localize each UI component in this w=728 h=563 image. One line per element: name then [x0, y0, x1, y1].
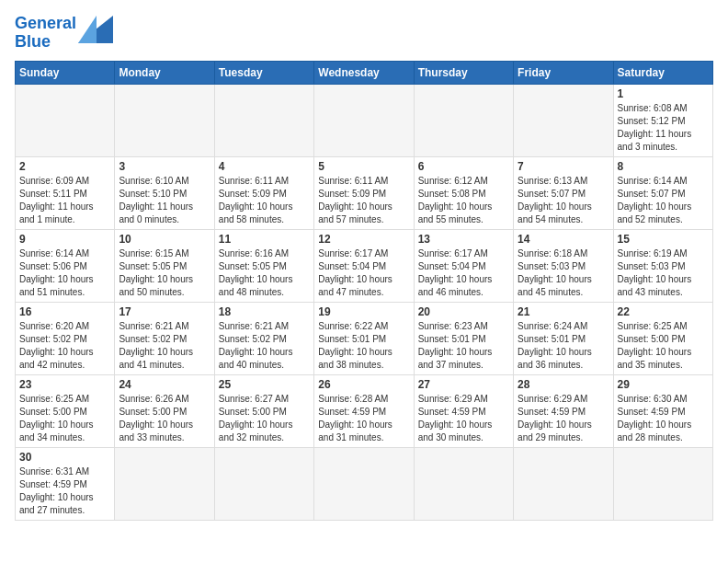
day-number: 10 [119, 233, 210, 246]
day-info: Sunrise: 6:18 AM Sunset: 5:03 PM Dayligh… [518, 247, 609, 299]
day-number: 8 [618, 160, 709, 173]
day-number: 13 [418, 233, 509, 246]
day-info: Sunrise: 6:24 AM Sunset: 5:01 PM Dayligh… [518, 320, 609, 372]
day-info: Sunrise: 6:14 AM Sunset: 5:06 PM Dayligh… [19, 247, 110, 299]
week-row-2: 2Sunrise: 6:09 AM Sunset: 5:11 PM Daylig… [16, 156, 713, 229]
day-cell: 25Sunrise: 6:27 AM Sunset: 5:00 PM Dayli… [214, 374, 313, 447]
day-cell [514, 84, 613, 156]
day-info: Sunrise: 6:15 AM Sunset: 5:05 PM Dayligh… [119, 247, 210, 299]
day-info: Sunrise: 6:17 AM Sunset: 5:04 PM Dayligh… [318, 247, 409, 299]
day-info: Sunrise: 6:21 AM Sunset: 5:02 PM Dayligh… [119, 320, 210, 372]
calendar-table: SundayMondayTuesdayWednesdayThursdayFrid… [15, 61, 713, 521]
weekday-header-friday: Friday [514, 61, 613, 84]
day-info: Sunrise: 6:13 AM Sunset: 5:07 PM Dayligh… [518, 175, 609, 226]
day-info: Sunrise: 6:26 AM Sunset: 5:00 PM Dayligh… [119, 393, 210, 444]
day-cell [214, 84, 313, 156]
weekday-header-monday: Monday [115, 61, 214, 84]
day-info: Sunrise: 6:25 AM Sunset: 5:00 PM Dayligh… [618, 320, 709, 372]
day-info: Sunrise: 6:29 AM Sunset: 4:59 PM Dayligh… [418, 393, 509, 444]
day-number: 19 [318, 305, 409, 318]
day-cell [16, 84, 115, 156]
day-number: 20 [418, 305, 509, 318]
day-info: Sunrise: 6:31 AM Sunset: 4:59 PM Dayligh… [19, 465, 110, 517]
day-info: Sunrise: 6:12 AM Sunset: 5:08 PM Dayligh… [418, 175, 509, 226]
day-info: Sunrise: 6:11 AM Sunset: 5:09 PM Dayligh… [219, 175, 310, 226]
logo-general: General [15, 14, 76, 32]
day-info: Sunrise: 6:11 AM Sunset: 5:09 PM Dayligh… [318, 175, 409, 226]
day-number: 3 [119, 160, 210, 173]
day-number: 2 [19, 160, 110, 173]
day-info: Sunrise: 6:16 AM Sunset: 5:05 PM Dayligh… [219, 247, 310, 299]
day-cell: 30Sunrise: 6:31 AM Sunset: 4:59 PM Dayli… [16, 447, 115, 520]
logo-blue: Blue [15, 32, 51, 51]
day-info: Sunrise: 6:19 AM Sunset: 5:03 PM Dayligh… [618, 247, 709, 299]
day-cell: 12Sunrise: 6:17 AM Sunset: 5:04 PM Dayli… [314, 229, 414, 302]
day-cell: 1Sunrise: 6:08 AM Sunset: 5:12 PM Daylig… [613, 84, 712, 156]
day-cell: 15Sunrise: 6:19 AM Sunset: 5:03 PM Dayli… [613, 229, 712, 302]
day-cell [414, 447, 513, 520]
day-cell [314, 84, 414, 156]
day-cell: 13Sunrise: 6:17 AM Sunset: 5:04 PM Dayli… [414, 229, 513, 302]
day-number: 21 [518, 305, 609, 318]
day-info: Sunrise: 6:28 AM Sunset: 4:59 PM Dayligh… [318, 393, 409, 444]
day-cell: 26Sunrise: 6:28 AM Sunset: 4:59 PM Dayli… [314, 374, 414, 447]
day-cell: 21Sunrise: 6:24 AM Sunset: 5:01 PM Dayli… [514, 302, 613, 374]
day-number: 15 [618, 233, 709, 246]
day-number: 16 [19, 305, 110, 318]
day-info: Sunrise: 6:14 AM Sunset: 5:07 PM Dayligh… [618, 175, 709, 226]
day-cell: 2Sunrise: 6:09 AM Sunset: 5:11 PM Daylig… [16, 156, 115, 229]
day-cell: 22Sunrise: 6:25 AM Sunset: 5:00 PM Dayli… [613, 302, 712, 374]
weekday-header-thursday: Thursday [414, 61, 513, 84]
day-number: 18 [219, 305, 310, 318]
day-number: 22 [618, 305, 709, 318]
day-cell: 28Sunrise: 6:29 AM Sunset: 4:59 PM Dayli… [514, 374, 613, 447]
day-info: Sunrise: 6:25 AM Sunset: 5:00 PM Dayligh… [19, 393, 110, 444]
day-cell: 16Sunrise: 6:20 AM Sunset: 5:02 PM Dayli… [16, 302, 115, 374]
day-cell: 3Sunrise: 6:10 AM Sunset: 5:10 PM Daylig… [115, 156, 214, 229]
day-cell [314, 447, 414, 520]
day-cell: 10Sunrise: 6:15 AM Sunset: 5:05 PM Dayli… [115, 229, 214, 302]
svg-marker-1 [78, 16, 97, 43]
day-cell: 4Sunrise: 6:11 AM Sunset: 5:09 PM Daylig… [214, 156, 313, 229]
day-number: 7 [518, 160, 609, 173]
day-number: 12 [318, 233, 409, 246]
day-cell [214, 447, 313, 520]
weekday-header-saturday: Saturday [613, 61, 712, 84]
week-row-6: 30Sunrise: 6:31 AM Sunset: 4:59 PM Dayli… [16, 447, 713, 520]
day-info: Sunrise: 6:20 AM Sunset: 5:02 PM Dayligh… [19, 320, 110, 372]
day-cell: 5Sunrise: 6:11 AM Sunset: 5:09 PM Daylig… [314, 156, 414, 229]
day-number: 6 [418, 160, 509, 173]
day-cell: 18Sunrise: 6:21 AM Sunset: 5:02 PM Dayli… [214, 302, 313, 374]
day-info: Sunrise: 6:22 AM Sunset: 5:01 PM Dayligh… [318, 320, 409, 372]
day-cell: 20Sunrise: 6:23 AM Sunset: 5:01 PM Dayli… [414, 302, 513, 374]
day-cell [115, 447, 214, 520]
week-row-3: 9Sunrise: 6:14 AM Sunset: 5:06 PM Daylig… [16, 229, 713, 302]
day-number: 9 [19, 233, 110, 246]
weekday-header-wednesday: Wednesday [314, 61, 414, 84]
day-cell: 27Sunrise: 6:29 AM Sunset: 4:59 PM Dayli… [414, 374, 513, 447]
day-number: 27 [418, 378, 509, 391]
day-cell: 19Sunrise: 6:22 AM Sunset: 5:01 PM Dayli… [314, 302, 414, 374]
day-number: 17 [119, 305, 210, 318]
day-cell: 6Sunrise: 6:12 AM Sunset: 5:08 PM Daylig… [414, 156, 513, 229]
day-number: 1 [618, 87, 709, 100]
day-number: 25 [219, 378, 310, 391]
day-info: Sunrise: 6:29 AM Sunset: 4:59 PM Dayligh… [518, 393, 609, 444]
weekday-header-row: SundayMondayTuesdayWednesdayThursdayFrid… [16, 61, 713, 84]
day-info: Sunrise: 6:17 AM Sunset: 5:04 PM Dayligh… [418, 247, 509, 299]
day-number: 14 [518, 233, 609, 246]
day-info: Sunrise: 6:27 AM Sunset: 5:00 PM Dayligh… [219, 393, 310, 444]
day-cell: 7Sunrise: 6:13 AM Sunset: 5:07 PM Daylig… [514, 156, 613, 229]
day-number: 30 [19, 451, 110, 464]
day-info: Sunrise: 6:23 AM Sunset: 5:01 PM Dayligh… [418, 320, 509, 372]
logo-icon [78, 16, 113, 43]
day-info: Sunrise: 6:30 AM Sunset: 4:59 PM Dayligh… [618, 393, 709, 444]
week-row-5: 23Sunrise: 6:25 AM Sunset: 5:00 PM Dayli… [16, 374, 713, 447]
logo: GeneralBlue [15, 15, 113, 52]
day-cell: 23Sunrise: 6:25 AM Sunset: 5:00 PM Dayli… [16, 374, 115, 447]
day-number: 11 [219, 233, 310, 246]
day-number: 28 [518, 378, 609, 391]
weekday-header-tuesday: Tuesday [214, 61, 313, 84]
week-row-4: 16Sunrise: 6:20 AM Sunset: 5:02 PM Dayli… [16, 302, 713, 374]
day-number: 5 [318, 160, 409, 173]
